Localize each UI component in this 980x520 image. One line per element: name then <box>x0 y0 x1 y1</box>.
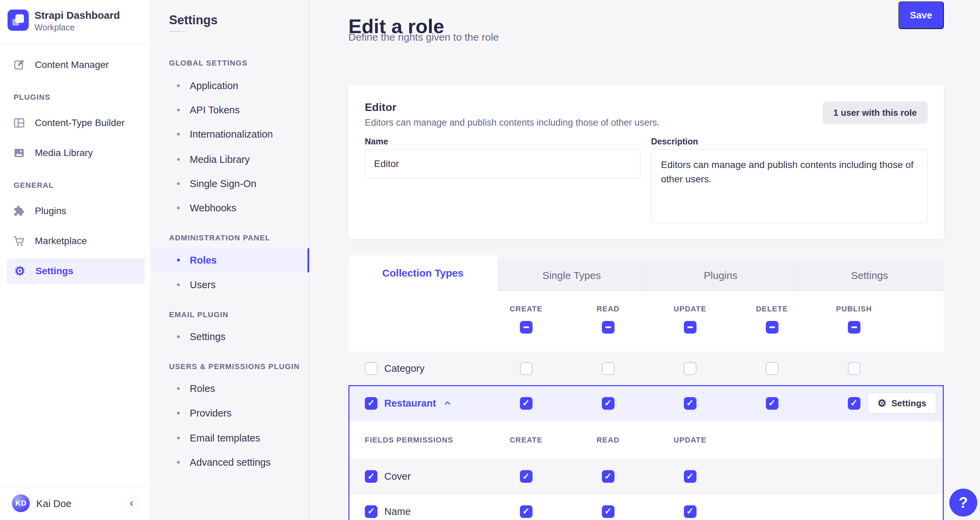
subnav-item-single-sign-on[interactable]: •Single Sign-On <box>177 176 256 191</box>
bullet-icon: • <box>177 154 180 165</box>
category-publish-checkbox[interactable]: ✓ <box>848 362 861 375</box>
bullet-icon: • <box>177 129 180 139</box>
subnav-item-application[interactable]: •Application <box>177 78 238 93</box>
permissions-tabs: Collection Types Single Types Plugins Se… <box>348 255 944 291</box>
subnav-item-label: Advanced settings <box>190 457 271 468</box>
settings-button-label: Settings <box>891 398 926 409</box>
field-row-cover: ✓ Cover ✓ ✓ ✓ <box>348 458 944 495</box>
subnav-item-users[interactable]: •Users <box>177 277 216 292</box>
subnav-title-rule <box>169 31 186 32</box>
subnav-item-label: Webhooks <box>190 202 237 214</box>
sidebar-divider <box>0 486 150 487</box>
check-icon: ✓ <box>522 398 530 407</box>
subnav-title: Settings <box>169 13 218 27</box>
main-sidebar: Strapi Dashboard Workplace Content Manag… <box>0 0 151 520</box>
sidebar-item-media-library[interactable]: Media Library <box>13 145 93 161</box>
cover-read-checkbox[interactable]: ✓ <box>602 470 614 483</box>
name-row-checkbox[interactable]: ✓ <box>365 505 377 518</box>
indeterminate-icon <box>523 326 529 328</box>
category-delete-checkbox[interactable]: ✓ <box>766 362 778 375</box>
collapse-sidebar-button[interactable]: ‹ <box>125 496 138 512</box>
tab-collection-types[interactable]: Collection Types <box>348 255 497 291</box>
save-button[interactable]: Save <box>898 2 944 29</box>
publish-all-checkbox[interactable]: ✓ <box>848 321 861 334</box>
restaurant-read-checkbox[interactable]: ✓ <box>602 397 614 410</box>
category-read-checkbox[interactable]: ✓ <box>602 362 614 375</box>
column-header-read: READ <box>597 305 619 313</box>
column-header-update: UPDATE <box>674 305 706 313</box>
cover-update-checkbox[interactable]: ✓ <box>684 470 697 483</box>
subnav-item-advanced-settings[interactable]: •Advanced settings <box>177 455 271 470</box>
brand-title: Strapi Dashboard <box>35 10 120 21</box>
restaurant-create-checkbox[interactable]: ✓ <box>520 397 533 410</box>
name-read-checkbox[interactable]: ✓ <box>602 505 614 518</box>
name-update-checkbox[interactable]: ✓ <box>684 505 697 518</box>
column-header-create: CREATE <box>510 305 542 313</box>
strapi-admin-app: Strapi Dashboard Workplace Content Manag… <box>0 0 980 520</box>
category-row-checkbox[interactable]: ✓ <box>365 362 377 375</box>
check-icon: ✓ <box>522 472 530 481</box>
check-icon: ✓ <box>368 398 375 407</box>
name-input[interactable] <box>365 149 641 178</box>
read-all-checkbox[interactable]: ✓ <box>602 321 614 334</box>
user-name: Kai Doe <box>36 498 72 509</box>
bullet-icon: • <box>177 332 180 342</box>
subnav-item-webhooks[interactable]: •Webhooks <box>177 200 236 215</box>
restaurant-publish-checkbox[interactable]: ✓ <box>848 397 861 410</box>
subnav-item-email-templates[interactable]: •Email templates <box>177 431 260 445</box>
update-all-checkbox[interactable]: ✓ <box>684 321 697 334</box>
chevron-up-icon[interactable] <box>443 399 452 408</box>
subnav-item-roles-active[interactable]: •Roles <box>152 248 309 272</box>
cover-create-checkbox[interactable]: ✓ <box>520 470 533 483</box>
role-name-heading: Editor <box>365 101 396 114</box>
tab-single-types[interactable]: Single Types <box>497 261 646 291</box>
sidebar-item-settings-active[interactable]: ⚙ Settings <box>7 258 145 284</box>
help-button[interactable]: ? <box>949 488 977 517</box>
cover-row-checkbox[interactable]: ✓ <box>365 470 377 483</box>
users-with-role-badge[interactable]: 1 user with this role <box>823 102 928 124</box>
description-textarea[interactable]: Editors can manage and publish contents … <box>651 149 928 223</box>
category-create-checkbox[interactable]: ✓ <box>520 362 533 375</box>
category-update-checkbox[interactable]: ✓ <box>684 362 697 375</box>
page-subtitle: Define the rights given to the role <box>348 32 499 43</box>
restaurant-delete-checkbox[interactable]: ✓ <box>766 397 778 410</box>
layout-grid-icon <box>13 117 25 129</box>
chevron-left-icon: ‹ <box>130 496 134 509</box>
row-label[interactable]: Category <box>384 363 425 374</box>
delete-all-checkbox[interactable]: ✓ <box>766 321 778 334</box>
subnav-item-label: Users <box>190 279 216 291</box>
avatar[interactable]: KD <box>12 495 30 512</box>
create-all-checkbox[interactable]: ✓ <box>520 321 533 334</box>
subnav-item-internationalization[interactable]: •Internationalization <box>177 127 273 142</box>
brand-header: Strapi Dashboard Workplace <box>0 0 150 45</box>
row-label[interactable]: Restaurant <box>384 398 436 409</box>
check-icon: ✓ <box>768 398 776 407</box>
subnav-item-up-roles[interactable]: •Roles <box>177 381 215 396</box>
subnav-item-email-settings[interactable]: •Settings <box>177 329 226 344</box>
tab-settings[interactable]: Settings <box>795 261 944 291</box>
restaurant-update-checkbox[interactable]: ✓ <box>684 397 697 410</box>
name-create-checkbox[interactable]: ✓ <box>520 505 533 518</box>
sidebar-item-content-manager[interactable]: Content Manager <box>13 57 109 73</box>
sidebar-item-content-type-builder[interactable]: Content-Type Builder <box>13 115 125 131</box>
restaurant-row-checkbox[interactable]: ✓ <box>365 397 377 410</box>
subnav-item-api-tokens[interactable]: •API Tokens <box>177 102 240 118</box>
check-icon: ✓ <box>368 472 375 481</box>
sidebar-item-marketplace[interactable]: Marketplace <box>13 233 87 249</box>
permissions-panel: CREATE ✓ READ ✓ UPDATE ✓ DELETE ✓ PUBLIS… <box>348 291 944 520</box>
sidebar-item-plugins[interactable]: Plugins <box>13 203 66 219</box>
pencil-icon <box>13 59 25 71</box>
restaurant-settings-button[interactable]: ⚙ Settings <box>868 393 936 414</box>
bullet-icon: • <box>177 255 180 265</box>
subnav-item-media-library[interactable]: •Media Library <box>177 152 250 167</box>
bullet-icon: • <box>177 280 180 290</box>
check-icon: ✓ <box>850 398 858 407</box>
sidebar-section-plugins: PLUGINS <box>14 91 51 103</box>
subnav-item-label: Application <box>190 80 239 92</box>
bullet-icon: • <box>177 383 180 394</box>
subnav-item-providers[interactable]: •Providers <box>177 406 232 421</box>
bullet-icon: • <box>177 433 180 443</box>
table-row-restaurant: ✓ Restaurant ✓ ✓ ✓ ✓ ✓ ⚙ Settings <box>348 385 944 421</box>
tab-plugins[interactable]: Plugins <box>646 261 795 291</box>
subnav-item-label-wrap: •Roles <box>177 253 217 268</box>
